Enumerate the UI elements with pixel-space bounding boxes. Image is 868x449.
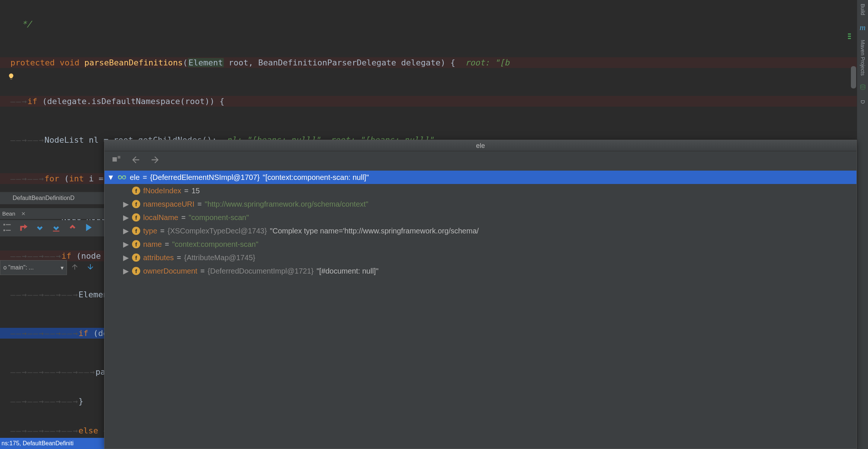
variable-row[interactable]: f fNodeIndex = 15 xyxy=(105,184,856,197)
variable-row[interactable]: ▶ f namespaceURI = "http://www.springfra… xyxy=(105,197,856,211)
code-line: */ xyxy=(0,19,857,29)
editor-tab[interactable]: DefaultBeanDefinitionD xyxy=(0,192,104,204)
field-icon: f xyxy=(132,227,140,235)
chevron-right-icon[interactable]: ▶ xyxy=(122,240,129,249)
popup-title: ele xyxy=(105,140,856,151)
variables-tree[interactable]: ▼ ele = {DeferredElementNSImpl@1707} "[c… xyxy=(105,171,856,449)
variable-row[interactable]: ▶ f type = {XSComplexTypeDecl@1743} "Com… xyxy=(105,224,856,238)
step-into-icon[interactable] xyxy=(35,223,45,234)
field-icon: f xyxy=(132,253,140,262)
run-to-cursor-icon[interactable] xyxy=(84,223,94,234)
svg-rect-1 xyxy=(53,230,59,231)
force-step-into-icon[interactable] xyxy=(51,223,61,234)
selected-frame[interactable]: ns:175, DefaultBeanDefiniti xyxy=(0,438,104,449)
variable-row[interactable]: ▶ f localName = "component-scan" xyxy=(105,211,856,224)
step-over-icon[interactable] xyxy=(19,223,28,234)
variable-row[interactable]: ▶ f attributes = {AttributeMap@1745} xyxy=(105,251,856,264)
field-icon: f xyxy=(132,240,140,248)
editor-scrollbar-thumb[interactable] xyxy=(851,66,856,88)
chevron-right-icon[interactable]: ▶ xyxy=(122,253,129,262)
maven-icon[interactable]: m xyxy=(860,23,866,32)
variable-row-root[interactable]: ▼ ele = {DeferredElementNSImpl@1707} "[c… xyxy=(105,171,856,184)
field-icon: f xyxy=(132,267,140,275)
svg-rect-3 xyxy=(118,156,120,159)
svg-rect-2 xyxy=(113,157,117,162)
previous-frame-icon[interactable] xyxy=(71,263,79,273)
thread-selector[interactable]: o "main": ... ▾ xyxy=(0,260,67,275)
right-tool-rail: Build m Maven Projects D xyxy=(857,0,868,449)
editor-marker-stripe xyxy=(848,33,851,40)
thread-selector-label: o "main": ... xyxy=(3,264,34,271)
intention-bulb-icon[interactable] xyxy=(7,73,15,80)
chevron-right-icon[interactable]: ▶ xyxy=(122,226,129,235)
field-icon: f xyxy=(132,200,140,208)
tool-window-db-prefix[interactable]: D xyxy=(860,100,866,104)
tool-window-maven[interactable]: Maven Projects xyxy=(860,40,866,75)
tool-window-build[interactable]: Build xyxy=(860,4,866,15)
variable-row[interactable]: ▶ f ownerDocument = {DeferredDocumentImp… xyxy=(105,264,856,278)
nav-back-icon[interactable] xyxy=(131,155,141,167)
frame-nav xyxy=(71,260,94,275)
new-watch-icon[interactable] xyxy=(111,155,122,167)
field-icon: f xyxy=(132,187,140,195)
quick-evaluate-popup[interactable]: ele ▼ ele = {DeferredElementNSImpl@1707}… xyxy=(104,140,857,449)
chevron-down-icon: ▾ xyxy=(61,264,64,271)
debug-tab-label: Bean xyxy=(2,210,15,217)
debug-step-toolbar xyxy=(0,220,104,236)
nav-forward-icon[interactable] xyxy=(150,155,160,167)
code-line: ――→if (delegate.isDefaultNamespace(root)… xyxy=(0,96,857,107)
code-line: protected void parseBeanDefinitions(Elem… xyxy=(0,57,857,68)
editor-tab-label: DefaultBeanDefinitionD xyxy=(13,195,74,201)
chevron-right-icon[interactable]: ▶ xyxy=(122,267,129,275)
chevron-right-icon[interactable]: ▶ xyxy=(122,213,129,222)
close-icon[interactable]: ✕ xyxy=(21,211,26,217)
svg-point-0 xyxy=(861,84,865,86)
step-out-icon[interactable] xyxy=(68,223,77,234)
next-frame-icon[interactable] xyxy=(86,263,94,273)
variable-row[interactable]: ▶ f name = "context:component-scan" xyxy=(105,238,856,251)
chevron-down-icon[interactable]: ▼ xyxy=(107,173,114,182)
watch-icon xyxy=(117,172,127,183)
debug-session-tab[interactable]: Bean ✕ xyxy=(0,208,104,219)
field-icon: f xyxy=(132,213,140,222)
database-icon[interactable] xyxy=(859,83,866,93)
chevron-right-icon[interactable]: ▶ xyxy=(122,200,129,209)
popup-toolbar xyxy=(105,151,856,171)
show-execution-point-icon[interactable] xyxy=(2,223,12,234)
